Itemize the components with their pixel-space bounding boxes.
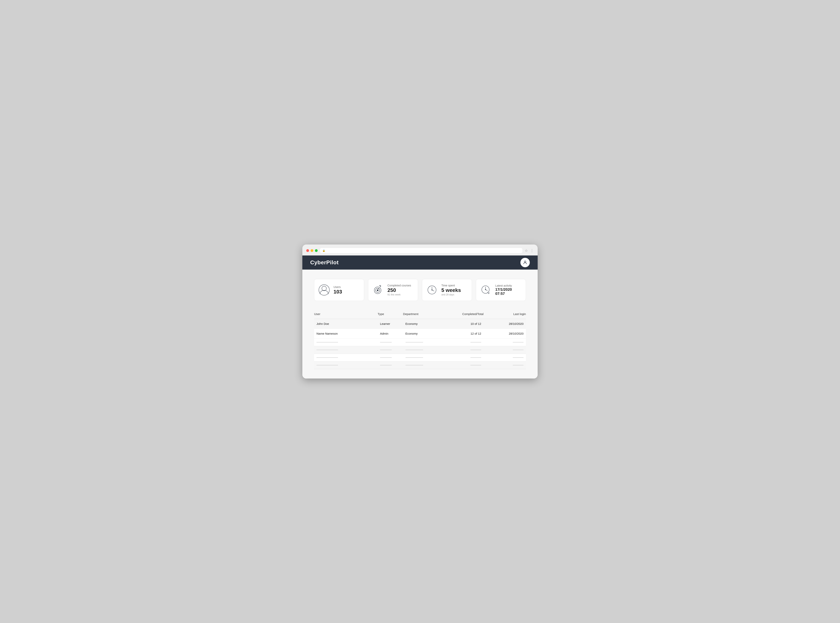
table-row[interactable]: John DoeLearnerEconomy10 of 1228/10/2020 xyxy=(314,319,526,329)
svg-point-15 xyxy=(485,289,486,290)
activity-stat-text: Latest activity 17/1/2020 07:57 xyxy=(495,284,522,296)
brand-name: CyberPilot xyxy=(310,259,338,265)
completed-value: 250 xyxy=(388,287,411,293)
stat-card-completed: Completed courses 250 91 this week xyxy=(368,279,418,301)
svg-point-11 xyxy=(432,290,432,290)
users-label: Users xyxy=(334,285,342,288)
stat-card-activity: Latest activity 17/1/2020 07:57 xyxy=(476,279,526,301)
users-icon-container xyxy=(318,284,330,296)
svg-point-1 xyxy=(322,286,326,291)
minimize-button[interactable] xyxy=(311,249,313,252)
completed-stat-text: Completed courses 250 91 this week xyxy=(388,284,411,296)
time-label: Time spent xyxy=(442,284,461,287)
clock-icon xyxy=(426,284,438,296)
col-header-department: Department xyxy=(403,310,441,319)
col-header-login: Last login xyxy=(483,310,526,319)
svg-point-0 xyxy=(524,261,526,262)
top-nav: CyberPilot xyxy=(302,255,538,270)
svg-point-5 xyxy=(377,290,378,291)
app-container: CyberPilot xyxy=(302,255,538,379)
col-header-user: User xyxy=(314,310,378,319)
address-bar[interactable]: 🔒 xyxy=(320,248,522,253)
stat-card-users: Users 103 xyxy=(314,279,364,301)
activity-label: Latest activity xyxy=(495,284,522,287)
clock-icon-container xyxy=(426,284,438,296)
browser-chrome: 🔒 ☆ ⋮ xyxy=(302,244,538,255)
lock-icon: 🔒 xyxy=(322,249,325,252)
activity-value: 17/1/2020 07:57 xyxy=(495,288,522,296)
stat-card-time: Time spent 5 weeks and 28 days xyxy=(422,279,472,301)
col-header-completed: Completed/Total xyxy=(441,310,483,319)
placeholder-row xyxy=(314,361,526,369)
browser-actions: ☆ ⋮ xyxy=(525,249,534,253)
maximize-button[interactable] xyxy=(315,249,318,252)
user-profile-icon xyxy=(523,260,528,265)
user-icon xyxy=(318,284,330,296)
users-table: User Type Department Completed/Total Las… xyxy=(314,310,526,369)
activity-clock-icon xyxy=(480,284,492,296)
time-sub: and 28 days xyxy=(442,293,461,296)
time-stat-text: Time spent 5 weeks and 28 days xyxy=(442,284,461,296)
stats-grid: Users 103 xyxy=(314,279,526,301)
user-avatar-button[interactable] xyxy=(520,258,530,267)
completed-sub: 91 this week xyxy=(388,293,411,296)
main-content: Users 103 xyxy=(302,270,538,379)
svg-line-6 xyxy=(380,286,381,287)
table-row[interactable]: Name NamesonAdminEconomy12 of 1228/10/20… xyxy=(314,329,526,339)
placeholder-row xyxy=(314,354,526,361)
close-button[interactable] xyxy=(306,249,309,252)
traffic-lights xyxy=(306,249,318,252)
target-icon-container xyxy=(372,284,384,296)
browser-frame: 🔒 ☆ ⋮ CyberPilot xyxy=(302,244,538,379)
menu-icon[interactable]: ⋮ xyxy=(530,249,534,253)
bookmark-icon[interactable]: ☆ xyxy=(525,249,528,253)
activity-icon-container xyxy=(480,284,492,296)
table-header: User Type Department Completed/Total Las… xyxy=(314,310,526,319)
completed-label: Completed courses xyxy=(388,284,411,287)
users-stat-text: Users 103 xyxy=(334,285,342,295)
time-value: 5 weeks xyxy=(442,287,461,293)
placeholder-row xyxy=(314,339,526,346)
col-header-type: Type xyxy=(378,310,403,319)
placeholder-row xyxy=(314,346,526,354)
users-value: 103 xyxy=(334,289,342,295)
table-body: John DoeLearnerEconomy10 of 1228/10/2020… xyxy=(314,319,526,369)
target-icon xyxy=(372,284,384,296)
